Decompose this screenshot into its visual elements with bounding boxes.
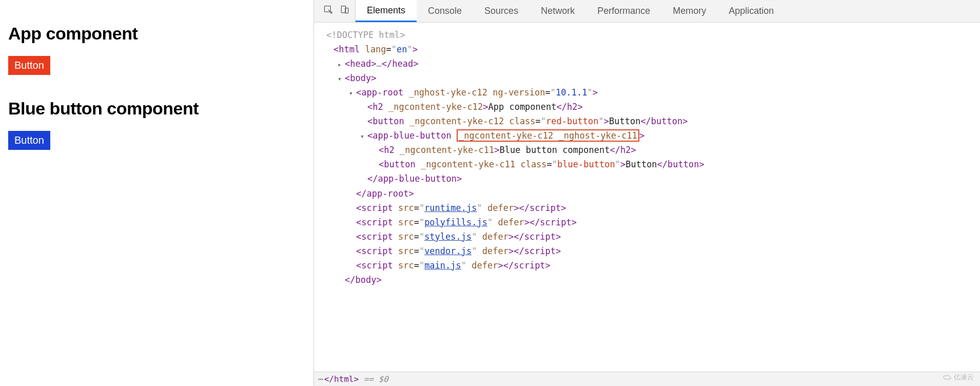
rendered-page-pane: App component Button Blue button compone… [0, 0, 314, 386]
dom-h2-blue[interactable]: <h2 _ngcontent-yke-c11>Blue button compo… [326, 143, 980, 157]
dom-close-app-blue[interactable]: </app-blue-button> [326, 171, 980, 186]
tab-console[interactable]: Console [417, 0, 473, 22]
ellipsis-icon: ⋯ [318, 374, 323, 384]
dom-app-blue-button[interactable]: <app-blue-button _ngcontent-yke-c12 _ngh… [326, 128, 980, 143]
tab-application[interactable]: Application [717, 0, 785, 22]
dom-body-open[interactable]: <body> [326, 71, 980, 85]
collapse-arrow-icon[interactable] [360, 128, 367, 143]
dom-script[interactable]: <script src="polyfills.js" defer></scrip… [326, 215, 980, 229]
devtools-pane: ElementsConsoleSourcesNetworkPerformance… [314, 0, 980, 386]
tab-network[interactable]: Network [530, 0, 586, 22]
inspect-icon[interactable] [323, 5, 334, 17]
watermark: 亿速云 [943, 373, 974, 382]
device-toggle-icon[interactable] [340, 5, 350, 17]
breadcrumb[interactable]: ⋯</html> == $0 [314, 372, 980, 386]
devtools-tabbar: ElementsConsoleSourcesNetworkPerformance… [314, 0, 980, 23]
dom-button-blue[interactable]: <button _ngcontent-yke-c11 class="blue-b… [326, 157, 980, 171]
tab-memory[interactable]: Memory [661, 0, 717, 22]
tab-performance[interactable]: Performance [586, 0, 661, 22]
dom-script[interactable]: <script src="runtime.js" defer></script> [326, 201, 980, 215]
dom-html-open[interactable]: <html lang="en"> [326, 42, 980, 56]
red-button[interactable]: Button [8, 56, 50, 75]
collapse-arrow-icon[interactable] [349, 85, 356, 100]
dom-script[interactable]: <script src="main.js" defer></script> [326, 258, 980, 273]
elements-tree[interactable]: <!DOCTYPE html> <html lang="en"> <head>…… [314, 23, 980, 372]
devtools-tabs: ElementsConsoleSourcesNetworkPerformance… [356, 0, 785, 22]
expand-arrow-icon[interactable] [338, 56, 345, 71]
dom-doctype[interactable]: <!DOCTYPE html> [326, 28, 980, 42]
dom-script[interactable]: <script src="vendor.js" defer></script> [326, 244, 980, 258]
devtools-tool-icons [318, 0, 356, 22]
dom-script[interactable]: <script src="styles.js" defer></script> [326, 229, 980, 244]
dom-app-root[interactable]: <app-root _nghost-yke-c12 ng-version="10… [326, 85, 980, 100]
tab-sources[interactable]: Sources [473, 0, 530, 22]
blue-button[interactable]: Button [8, 131, 50, 150]
tab-elements[interactable]: Elements [356, 0, 417, 22]
dom-close-app-root[interactable]: </app-root> [326, 186, 980, 201]
dom-h2-app[interactable]: <h2 _ngcontent-yke-c12>App component</h2… [326, 100, 980, 114]
dom-close-body[interactable]: </body> [326, 273, 980, 287]
app-heading: App component [8, 24, 305, 44]
dom-head[interactable]: <head>…</head> [326, 56, 980, 71]
collapse-arrow-icon[interactable] [338, 71, 345, 85]
blue-heading: Blue button component [8, 99, 305, 119]
dom-button-red[interactable]: <button _ngcontent-yke-c12 class="red-bu… [326, 114, 980, 128]
